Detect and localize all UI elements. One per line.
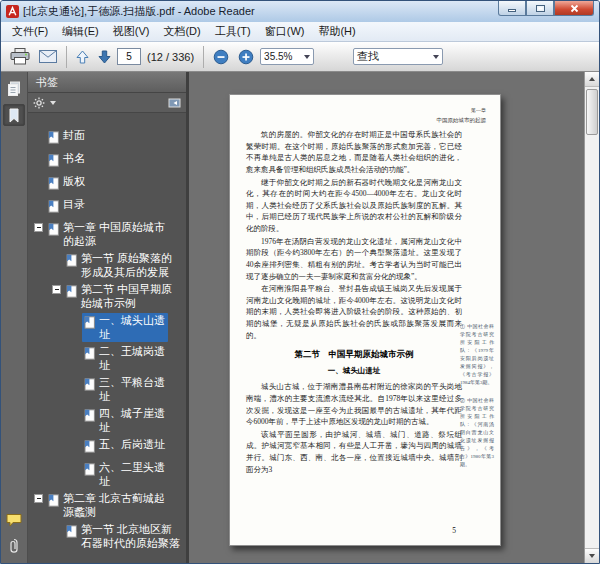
bookmark-item-content: 第二节 中国早期原始城市示例 — [64, 282, 182, 311]
tree-expander-icon[interactable] — [34, 223, 43, 232]
bookmark-item[interactable]: 封面 — [32, 127, 184, 150]
print-button[interactable] — [7, 46, 33, 67]
bookmarks-panel-button[interactable] — [3, 104, 25, 126]
bookmark-item-content: 目录 — [46, 197, 87, 218]
bookmark-label: 六、二里头遗址 — [99, 460, 166, 488]
bookmark-icon — [83, 346, 96, 364]
find-input[interactable]: 查找 — [353, 48, 443, 65]
page-body: 筑的房屋的。仰韶文化的存在时期正是中国母系氏族社会的繁荣时期。在这个时期，原始氏… — [246, 129, 462, 476]
menu-item[interactable]: 工具(T) — [208, 22, 258, 41]
bookmarks-panel-toolbar — [28, 93, 186, 113]
bookmark-item[interactable]: 目录 — [32, 196, 184, 219]
bookmark-options-button[interactable] — [33, 97, 56, 109]
maximize-button[interactable] — [526, 1, 554, 16]
chevron-down-icon — [433, 55, 439, 59]
scroll-down-button[interactable] — [585, 548, 599, 563]
adobe-reader-window: [北京史通论],于德源.扫描版.pdf - Adobe Reader 文件(F)… — [0, 0, 600, 564]
printer-icon — [10, 48, 30, 65]
pages-panel-button[interactable] — [3, 78, 25, 100]
bookmark-item[interactable]: 版权 — [32, 173, 184, 196]
menu-item[interactable]: 帮助(H) — [311, 22, 362, 41]
bookmark-icon — [47, 493, 60, 511]
bookmark-item[interactable]: 二、王城岗遗址 — [68, 343, 184, 374]
bookmark-icon — [83, 315, 96, 333]
bookmark-item[interactable]: 四、城子崖遗址 — [68, 405, 184, 436]
scrollbar-thumb[interactable] — [586, 89, 598, 135]
paragraph: 继于仰韶文化时期之后的新石器时代晚期文化是河南龙山文化，其存在的时间大约在距今4… — [246, 177, 462, 235]
paragraph: 该城平面呈圆形，由护城河、城墙、城门、道路、祭坛组成。护城河宽窄基本相同，有些是… — [246, 429, 462, 476]
menu-item[interactable]: 窗口(W) — [258, 22, 312, 41]
bookmarks-tree: 封面 书名 — [28, 113, 186, 563]
bookmark-icon — [83, 408, 96, 426]
bookmark-label: 二、王城岗遗址 — [99, 344, 166, 372]
running-head-title: 中国原始城市的起源 — [437, 116, 487, 125]
gear-icon — [33, 97, 45, 109]
bookmark-item[interactable]: 第二章 北京古蓟城起源蠡测 — [32, 490, 184, 521]
paragraph: 1976年在汤阴白营发现的龙山文化遗址，属河南龙山文化中期阶段（距今约3800年… — [246, 236, 462, 283]
document-area: 第一章 中国原始城市的起源 筑的房屋的。仰韶文化的存在时期正是中国母系氏族社会的… — [189, 72, 584, 563]
adobe-reader-app-icon — [6, 5, 19, 18]
bookmark-label: 第一节 原始聚落的形成及其后的发展 — [81, 251, 180, 279]
arrow-down-icon — [98, 50, 111, 64]
scrollbar-track[interactable] — [585, 87, 599, 548]
tree-expander-icon[interactable] — [52, 285, 61, 294]
next-page-button[interactable] — [95, 48, 114, 66]
paragraph-group: 城头山古城，位于湖南澧县南岳村附近的徐家岗的平头岗地南端，澧水的主要支流澹水流经… — [246, 381, 462, 475]
find-input-value: 查找 — [357, 49, 379, 64]
bookmark-item[interactable]: 第一节 原始聚落的形成及其后的发展 — [50, 250, 184, 281]
previous-page-button[interactable] — [73, 48, 92, 66]
triangle-up-icon — [589, 77, 595, 81]
email-button[interactable] — [36, 48, 60, 65]
collapse-panel-button[interactable] — [168, 97, 181, 109]
bookmark-label: 三、平粮台遗址 — [99, 375, 166, 403]
bookmark-item-content: 第一节 原始聚落的形成及其后的发展 — [64, 251, 182, 280]
bookmark-item[interactable]: 五、后岗遗址 — [68, 436, 184, 459]
zoom-out-button[interactable] — [210, 47, 232, 67]
margin-note: ② 中国社会科学院考古研究所安阳工作队：《河南汤阴白营龙山文化遗址发掘报告》，《… — [460, 397, 494, 469]
zoom-in-button[interactable] — [235, 47, 257, 67]
tree-expander-icon[interactable] — [34, 494, 43, 503]
comments-panel-button[interactable] — [3, 509, 25, 531]
bookmark-item-content: 第一章 中国原始城市的起源 — [46, 220, 173, 249]
toolbar-separator — [66, 46, 67, 68]
zoom-level-select[interactable]: 35.5% — [260, 48, 314, 65]
page-number-input[interactable]: 5 — [117, 48, 141, 65]
bookmark-item[interactable]: 三、平粮台遗址 — [68, 374, 184, 405]
bookmark-icon — [47, 130, 60, 148]
title-bar[interactable]: [北京史通论],于德源.扫描版.pdf - Adobe Reader — [1, 1, 599, 22]
minimize-button[interactable] — [498, 1, 526, 16]
menu-item[interactable]: 视图(V) — [106, 22, 157, 41]
bookmark-icon — [47, 176, 60, 194]
menu-bar: 文件(F)编辑(E)视图(V)文档(D)工具(T)窗口(W)帮助(H) — [1, 22, 599, 42]
menu-item[interactable]: 文档(D) — [156, 22, 207, 41]
scroll-up-button[interactable] — [585, 72, 599, 87]
margin-note: ① 中国社会科学院考古研究所安阳工作队：《1979年安阳后岗遗址发掘简报》，《考… — [460, 323, 494, 387]
bookmark-item[interactable]: 第一章 中国原始城市的起源 — [32, 219, 184, 250]
zoom-level-value: 35.5% — [264, 51, 292, 62]
close-icon — [570, 4, 579, 13]
bookmark-item[interactable]: 一、城头山遗址 — [68, 312, 184, 343]
attachments-panel-button[interactable] — [3, 535, 25, 557]
bookmark-item[interactable]: 六、二里头遗址 — [68, 459, 184, 490]
bookmark-item[interactable]: 书名 — [32, 150, 184, 173]
bookmark-icon — [83, 377, 96, 395]
vertical-scrollbar[interactable] — [584, 72, 599, 563]
comment-bubble-icon — [6, 513, 22, 527]
bookmark-icon — [47, 222, 60, 240]
pages-icon — [7, 81, 21, 97]
bookmark-label: 第一节 北京地区新石器时代的原始聚落 — [81, 522, 180, 550]
menu-item[interactable]: 编辑(E) — [55, 22, 106, 41]
bookmark-item[interactable]: 第一节 北京地区新石器时代的原始聚落 — [50, 521, 184, 552]
bookmark-item[interactable]: 第二节 中国早期原始城市示例 — [50, 281, 184, 312]
bookmark-icon — [47, 199, 60, 217]
close-button[interactable] — [554, 1, 594, 16]
bookmark-label: 五、后岗遗址 — [99, 437, 165, 451]
bookmark-icon — [83, 439, 96, 457]
bookmark-icon — [65, 253, 78, 271]
bookmark-icon — [65, 524, 78, 542]
bookmark-item-content: 书名 — [46, 151, 87, 172]
menu-item[interactable]: 文件(F) — [5, 22, 55, 41]
bookmark-item-content: 五、后岗遗址 — [82, 437, 167, 458]
bookmark-item-content: 第一节 北京地区新石器时代的原始聚落 — [64, 522, 182, 551]
bookmark-item-content: 版权 — [46, 174, 87, 195]
